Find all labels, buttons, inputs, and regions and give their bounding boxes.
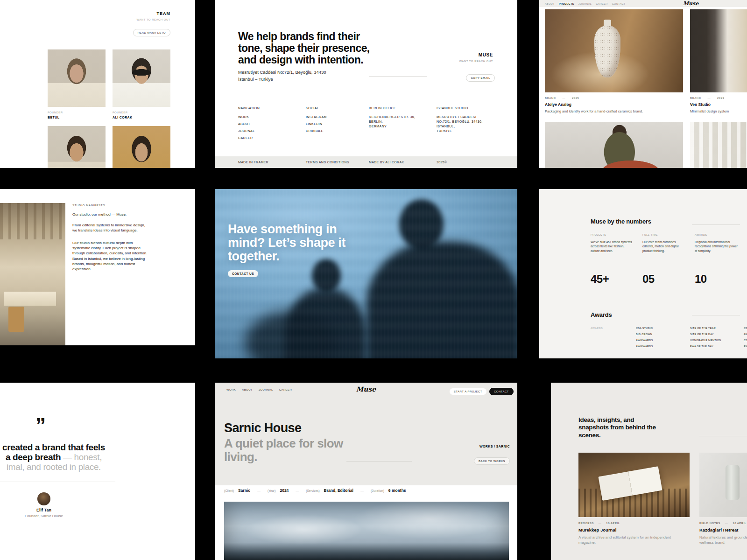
panel-sarnic: WORK ABOUT JOURNAL CAREER Muse START A P… — [215, 383, 517, 560]
project-category: BRAND — [545, 97, 556, 99]
nav-journal[interactable]: JOURNAL — [578, 2, 592, 5]
muse-logo[interactable]: Muse — [683, 0, 698, 7]
studio-interior-photo — [0, 203, 65, 345]
journal-image-bottle[interactable] — [699, 453, 747, 517]
breadcrumb: WORKS / SARNIC — [479, 445, 510, 448]
meta-separator: — — [725, 522, 728, 525]
member-role: FOUNDER — [113, 111, 127, 114]
award-prize: SITE OF THE DAY — [690, 333, 714, 336]
project-year: 2025 — [572, 97, 579, 99]
film-grain — [215, 189, 517, 358]
copy-email-button[interactable]: COPY EMAIL — [466, 74, 495, 82]
award-name: BIG CROWN — [636, 333, 652, 336]
project-title[interactable]: Atolye Analog — [545, 102, 683, 107]
post-title[interactable]: Kazdaglari Retreat — [699, 527, 747, 532]
project-card-ven[interactable]: BRAND — 2023 Ven Studio Minimalist desig… — [690, 9, 747, 113]
footer-office-line: TURKIYE — [437, 129, 502, 133]
award-org: FWA — [744, 345, 747, 348]
footer-office-line: REICHENBERGER STR. 36, — [369, 115, 430, 119]
footer-col-title: ISTANBUL STUDIO — [437, 106, 502, 110]
nav-career[interactable]: CAREER — [596, 2, 607, 5]
stat-desc: We’ve built 45+ brand systems across fie… — [591, 240, 634, 253]
footer-link[interactable]: DRIBBBLE — [306, 129, 366, 133]
case-hero-image — [224, 502, 509, 560]
member-name: BETUL — [48, 116, 59, 119]
start-a-project-button[interactable]: START A PROJECT — [450, 388, 486, 395]
awards-title: Awards — [591, 311, 612, 318]
screenshot-collage: TEAM WANT TO REACH OUT READ MANIFESTO FO… — [0, 0, 747, 560]
footer-office-line: BERLIN, — [369, 120, 430, 123]
journal-post-murekkep[interactable]: PROCESS — 16 APRIL Murekkep Journal A vi… — [578, 453, 690, 545]
meta-separator: — — [599, 522, 602, 525]
stat-label: AWARDS — [695, 233, 738, 236]
panel-manifesto: STUDIO MANIFESTO Our studio, our method … — [0, 189, 195, 345]
post-date: 16 APRIL — [606, 522, 620, 525]
quote-line-1: created a brand that feels — [0, 442, 121, 452]
quote-author-role: Founder, Sarnic House — [9, 514, 79, 518]
panel-team: TEAM WANT TO REACH OUT READ MANIFESTO FO… — [0, 0, 195, 168]
team-photo-betul — [48, 49, 106, 107]
panel-journal: Ideas, insights, and snapshots from behi… — [551, 383, 747, 560]
divider — [692, 315, 740, 315]
footer-link[interactable]: JOURNAL — [238, 129, 299, 133]
meta-label: (Services) — [306, 489, 319, 492]
meta-value: 6 months — [388, 488, 406, 493]
nav-about[interactable]: ABOUT — [545, 2, 555, 5]
project-title[interactable]: Ven Studio — [690, 102, 747, 107]
project-image-window[interactable] — [690, 9, 747, 92]
panel-footer: We help brands find their tone, shape th… — [215, 0, 517, 168]
project-year: 2023 — [717, 97, 724, 99]
footer-address-2: İstanbul – Türkiye — [238, 76, 326, 83]
team-photo-3 — [48, 126, 106, 168]
award-prize: HONORABLE MENTION — [690, 339, 721, 342]
read-manifesto-button[interactable]: READ MANIFESTO — [133, 29, 170, 36]
footer-office-line: GERMANY — [369, 125, 430, 128]
journal-image-magazine[interactable] — [578, 453, 690, 517]
post-title[interactable]: Murekkep Journal — [578, 527, 690, 532]
team-label: TEAM — [157, 11, 171, 16]
vase-shape — [594, 25, 620, 77]
nav-contact[interactable]: CONTACT — [612, 2, 626, 5]
meta-label: (Client) — [224, 489, 234, 492]
legal-made-by: MADE BY ALI CORAK — [369, 156, 404, 168]
footer-address-1: Mesrutiyet Caddesi No:72/1, Beyoğlu, 344… — [238, 69, 326, 76]
stat-value: 05 — [642, 273, 685, 286]
footer-link[interactable]: WORK — [238, 115, 299, 119]
project-image-vase[interactable] — [545, 9, 683, 92]
numbers-title: Muse by the numbers — [591, 218, 651, 225]
contact-button[interactable]: CONTACT — [489, 388, 514, 395]
journal-headline: Ideas, insights, and snapshots from behi… — [578, 416, 659, 439]
quote-line-2-bold: a deep breath — [6, 452, 63, 462]
meta-separator: — — [254, 489, 263, 492]
stat-label: PROJECTS — [591, 233, 634, 236]
project-category: BRAND — [690, 97, 701, 99]
footer-link[interactable]: INSTAGRAM — [306, 115, 366, 119]
footer-office-line: MESRUTIYET CADDESI — [437, 115, 502, 119]
meta-separator: — — [358, 489, 366, 492]
project-card-atolye[interactable]: BRAND — 2025 Atolye Analog Packaging and… — [545, 9, 683, 113]
award-name: CSA STUDIO — [636, 327, 653, 329]
footer-link[interactable]: CAREER — [238, 136, 299, 140]
award-prize: SITE OF THE YEAR — [690, 327, 716, 329]
stat-value: 10 — [695, 273, 738, 286]
case-subtitle: A quiet place for slow living. — [224, 437, 359, 464]
back-to-works-button[interactable]: BACK TO WORKS — [474, 457, 510, 465]
project-image-chair[interactable] — [545, 122, 683, 168]
team-photo-4 — [113, 126, 170, 168]
table-shape — [4, 292, 56, 306]
footer-link[interactable]: LINKEDIN — [306, 122, 366, 126]
award-name: AWWWARDS — [636, 339, 653, 342]
manifesto-p1: Our studio, our method — Muse. — [72, 212, 149, 217]
footer-link[interactable]: ABOUT — [238, 122, 299, 126]
stat-value: 45+ — [591, 273, 634, 286]
meta-separator: — — [293, 489, 302, 492]
project-image-curtain[interactable] — [690, 122, 747, 168]
meta-value: 2024 — [280, 488, 289, 493]
legal-terms[interactable]: TERMS AND CONDITIONS — [306, 156, 349, 168]
nav-projects[interactable]: PROJECTS — [559, 2, 574, 5]
panel-cta: Have something in mind? Let’s shape it t… — [215, 189, 517, 358]
meta-value: Brand, Editorial — [324, 488, 353, 493]
journal-post-kazdaglari[interactable]: FIELD NOTES — 16 APRIL Kazdaglari Retrea… — [699, 453, 747, 545]
contact-us-button[interactable]: CONTACT US — [228, 270, 258, 277]
ceiling-beams — [0, 203, 65, 239]
